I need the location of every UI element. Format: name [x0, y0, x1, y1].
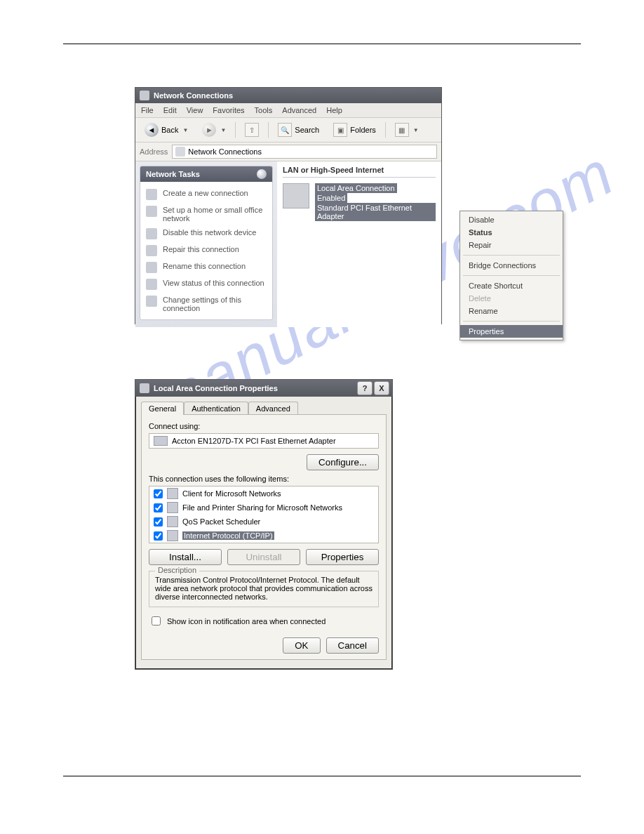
context-bridge[interactable]: Bridge Connections — [460, 259, 563, 272]
list-item[interactable]: Client for Microsoft Networks — [149, 486, 378, 501]
menu-advanced[interactable]: Advanced — [282, 106, 316, 114]
back-label: Back — [161, 126, 178, 134]
adapter-field: Accton EN1207D-TX PCI Fast Ethernet Adap… — [149, 433, 379, 449]
item-label: Internet Protocol (TCP/IP) — [182, 531, 274, 540]
address-field[interactable]: Network Connections — [172, 145, 437, 159]
item-icon — [167, 488, 178, 499]
connect-using-label: Connect using: — [149, 422, 379, 430]
folders-icon: ▣ — [333, 123, 347, 137]
titlebar[interactable]: Network Connections — [135, 88, 441, 103]
task-label: Change settings of this connection — [163, 296, 267, 312]
network-connections-window: Network Connections File Edit View Favor… — [135, 87, 442, 324]
tab-authentication[interactable]: Authentication — [184, 402, 248, 415]
description-text: Transmission Control Protocol/Internet P… — [155, 576, 373, 601]
ok-button[interactable]: OK — [283, 637, 320, 654]
context-delete: Delete — [460, 292, 563, 305]
task-label: Disable this network device — [163, 228, 256, 239]
task-label: Set up a home or small office network — [163, 206, 267, 223]
menubar: File Edit View Favorites Tools Advanced … — [135, 103, 441, 118]
menu-tools[interactable]: Tools — [255, 106, 273, 114]
show-icon-label: Show icon in notification area when conn… — [167, 617, 326, 626]
task-icon — [146, 206, 157, 217]
up-button[interactable]: ⇧ — [240, 121, 264, 139]
task-label: Create a new connection — [163, 189, 248, 200]
menu-edit[interactable]: Edit — [163, 106, 177, 114]
list-item[interactable]: File and Printer Sharing for Microsoft N… — [149, 501, 378, 515]
folder-up-icon: ⇧ — [245, 123, 259, 137]
configure-button[interactable]: Configure... — [307, 454, 379, 470]
description-label: Description — [155, 566, 199, 574]
list-item[interactable]: QoS Packet Scheduler — [149, 515, 378, 529]
show-icon-checkbox[interactable] — [152, 616, 161, 626]
task-setup-network[interactable]: Set up a home or small office network — [146, 203, 267, 225]
chevron-down-icon: ▼ — [413, 127, 419, 133]
views-button[interactable]: ▦ ▼ — [390, 121, 424, 139]
task-icon — [146, 279, 157, 290]
tab-page-general: Connect using: Accton EN1207D-TX PCI Fas… — [141, 414, 387, 660]
help-button[interactable]: ? — [357, 381, 373, 395]
cancel-button[interactable]: Cancel — [326, 637, 380, 654]
show-icon-row[interactable]: Show icon in notification area when conn… — [149, 614, 379, 628]
properties-button[interactable]: Properties — [306, 549, 379, 565]
tab-general[interactable]: General — [141, 402, 184, 415]
panel-header[interactable]: Network Tasks — [140, 166, 272, 182]
description-group: Description Transmission Control Protoco… — [149, 571, 379, 607]
context-create-shortcut[interactable]: Create Shortcut — [460, 279, 563, 292]
items-list[interactable]: Client for Microsoft Networks File and P… — [149, 486, 379, 543]
item-checkbox[interactable] — [154, 503, 163, 512]
task-rename-connection[interactable]: Rename this connection — [146, 259, 267, 276]
window-title: Network Connections — [154, 91, 233, 100]
folders-button[interactable]: ▣ Folders — [328, 121, 381, 139]
titlebar[interactable]: Local Area Connection Properties ? X — [135, 380, 392, 397]
connection-item[interactable]: Local Area Connection Enabled Standard P… — [283, 183, 436, 221]
adapter-icon — [154, 436, 168, 446]
views-icon: ▦ — [395, 123, 409, 137]
separator — [235, 122, 236, 138]
network-icon — [283, 183, 309, 208]
item-icon — [167, 502, 178, 513]
collapse-icon[interactable] — [257, 169, 267, 179]
back-icon: ◄ — [145, 123, 159, 137]
install-button[interactable]: Install... — [149, 549, 222, 565]
separator — [385, 122, 386, 138]
task-create-connection[interactable]: Create a new connection — [146, 186, 267, 203]
task-disable-device[interactable]: Disable this network device — [146, 225, 267, 242]
close-button[interactable]: X — [374, 381, 389, 395]
back-button[interactable]: ◄ Back ▼ — [140, 121, 193, 139]
task-change-settings[interactable]: Change settings of this connection — [146, 293, 267, 315]
context-status[interactable]: Status — [460, 226, 563, 239]
menu-favorites[interactable]: Favorites — [213, 106, 244, 114]
task-label: View status of this connection — [163, 279, 264, 290]
context-menu: Disable Status Repair Bridge Connections… — [459, 211, 563, 340]
task-icon — [146, 245, 157, 256]
context-disable[interactable]: Disable — [460, 213, 563, 226]
task-view-status[interactable]: View status of this connection — [146, 276, 267, 293]
context-properties[interactable]: Properties — [460, 325, 563, 338]
connection-status: Enabled — [315, 193, 347, 203]
window-title: Local Area Connection Properties — [154, 384, 278, 392]
menu-help[interactable]: Help — [326, 106, 342, 114]
window-icon — [140, 383, 149, 393]
connection-properties-dialog: Local Area Connection Properties ? X Gen… — [135, 379, 393, 670]
list-item[interactable]: Internet Protocol (TCP/IP) — [149, 529, 378, 543]
item-checkbox[interactable] — [154, 489, 163, 498]
main-pane: LAN or High-Speed Internet Local Area Co… — [277, 161, 441, 327]
connection-device: Standard PCI Fast Ethernet Adapter — [315, 203, 436, 221]
adapter-name: Accton EN1207D-TX PCI Fast Ethernet Adap… — [172, 437, 336, 445]
search-button[interactable]: 🔍 Search — [273, 121, 324, 139]
context-rename[interactable]: Rename — [460, 305, 563, 317]
section-heading: LAN or High-Speed Internet — [283, 166, 436, 178]
connection-name: Local Area Connection — [315, 183, 397, 193]
task-repair-connection[interactable]: Repair this connection — [146, 242, 267, 259]
item-label: File and Printer Sharing for Microsoft N… — [182, 503, 342, 512]
tab-advanced[interactable]: Advanced — [248, 402, 298, 415]
item-checkbox[interactable] — [154, 517, 163, 527]
context-repair[interactable]: Repair — [460, 239, 563, 251]
address-label: Address — [140, 147, 168, 156]
menu-view[interactable]: View — [187, 106, 203, 114]
forward-button[interactable]: ► ▼ — [197, 121, 231, 139]
item-checkbox[interactable] — [154, 531, 163, 541]
menu-file[interactable]: File — [141, 106, 154, 114]
task-icon — [146, 189, 157, 200]
task-label: Repair this connection — [163, 245, 239, 256]
